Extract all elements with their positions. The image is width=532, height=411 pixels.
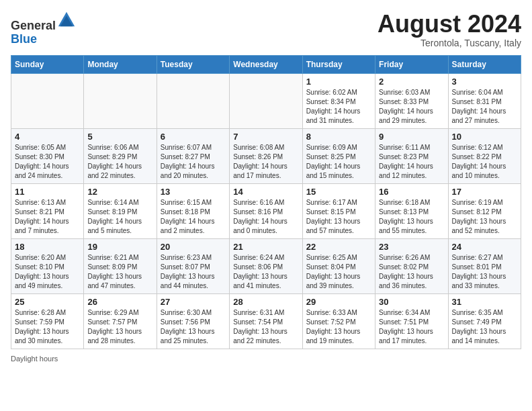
day-info: Sunrise: 6:25 AMSunset: 8:04 PMDaylight:… [306, 253, 371, 291]
day-info: Sunrise: 6:07 AMSunset: 8:27 PMDaylight:… [161, 143, 226, 181]
day-info: Sunrise: 6:06 AMSunset: 8:29 PMDaylight:… [87, 143, 152, 181]
day-of-week-wednesday: Wednesday [230, 55, 302, 73]
day-info: Sunrise: 6:11 AMSunset: 8:23 PMDaylight:… [379, 143, 444, 181]
day-number: 27 [161, 297, 226, 307]
calendar-cell: 17Sunrise: 6:19 AMSunset: 8:12 PMDayligh… [448, 183, 521, 238]
day-number: 5 [87, 132, 152, 142]
calendar-cell: 11Sunrise: 6:13 AMSunset: 8:21 PMDayligh… [11, 183, 84, 238]
day-info: Sunrise: 6:28 AMSunset: 7:59 PMDaylight:… [15, 308, 80, 346]
day-of-week-monday: Monday [84, 55, 157, 73]
day-info: Sunrise: 6:05 AMSunset: 8:30 PMDaylight:… [15, 143, 80, 181]
day-info: Sunrise: 6:21 AMSunset: 8:09 PMDaylight:… [87, 253, 152, 291]
calendar-cell: 1Sunrise: 6:02 AMSunset: 8:34 PMDaylight… [302, 73, 375, 128]
logo-blue: Blue [11, 32, 37, 46]
calendar-cell [157, 73, 229, 128]
calendar-cell: 28Sunrise: 6:31 AMSunset: 7:54 PMDayligh… [230, 293, 302, 349]
calendar-cell: 18Sunrise: 6:20 AMSunset: 8:10 PMDayligh… [11, 238, 84, 293]
calendar-cell: 23Sunrise: 6:26 AMSunset: 8:02 PMDayligh… [375, 238, 448, 293]
day-number: 13 [161, 187, 226, 197]
page-header: General Blue August 2024 Terontola, Tusc… [11, 11, 521, 48]
day-number: 17 [452, 187, 517, 197]
week-row-4: 18Sunrise: 6:20 AMSunset: 8:10 PMDayligh… [11, 238, 521, 293]
calendar-subtitle: Terontola, Tuscany, Italy [378, 38, 521, 48]
calendar-cell: 9Sunrise: 6:11 AMSunset: 8:23 PMDaylight… [375, 128, 448, 183]
day-info: Sunrise: 6:09 AMSunset: 8:25 PMDaylight:… [306, 143, 371, 181]
day-of-week-sunday: Sunday [11, 55, 84, 73]
calendar-cell: 20Sunrise: 6:23 AMSunset: 8:07 PMDayligh… [157, 238, 229, 293]
day-number: 8 [306, 132, 371, 142]
logo-icon [57, 11, 76, 30]
day-number: 18 [15, 242, 80, 252]
day-info: Sunrise: 6:18 AMSunset: 8:13 PMDaylight:… [379, 198, 444, 236]
day-info: Sunrise: 6:30 AMSunset: 7:56 PMDaylight:… [161, 308, 226, 346]
day-number: 6 [161, 132, 226, 142]
calendar-cell: 5Sunrise: 6:06 AMSunset: 8:29 PMDaylight… [84, 128, 157, 183]
calendar-cell [84, 73, 157, 128]
calendar-body: 1Sunrise: 6:02 AMSunset: 8:34 PMDaylight… [11, 73, 521, 349]
calendar-cell: 12Sunrise: 6:14 AMSunset: 8:19 PMDayligh… [84, 183, 157, 238]
day-number: 12 [87, 187, 152, 197]
day-number: 9 [379, 132, 444, 142]
day-info: Sunrise: 6:34 AMSunset: 7:51 PMDaylight:… [379, 308, 444, 346]
calendar-cell: 30Sunrise: 6:34 AMSunset: 7:51 PMDayligh… [375, 293, 448, 349]
calendar-cell: 15Sunrise: 6:17 AMSunset: 8:15 PMDayligh… [302, 183, 375, 238]
calendar-header-row: SundayMondayTuesdayWednesdayThursdayFrid… [11, 55, 521, 73]
week-row-5: 25Sunrise: 6:28 AMSunset: 7:59 PMDayligh… [11, 293, 521, 349]
calendar-cell: 3Sunrise: 6:04 AMSunset: 8:31 PMDaylight… [448, 73, 521, 128]
week-row-2: 4Sunrise: 6:05 AMSunset: 8:30 PMDaylight… [11, 128, 521, 183]
day-number: 24 [452, 242, 517, 252]
day-number: 25 [15, 297, 80, 307]
footer-note: Daylight hours [11, 355, 521, 363]
calendar-cell: 10Sunrise: 6:12 AMSunset: 8:22 PMDayligh… [448, 128, 521, 183]
day-number: 28 [233, 297, 298, 307]
calendar-cell: 21Sunrise: 6:24 AMSunset: 8:06 PMDayligh… [230, 238, 302, 293]
day-info: Sunrise: 6:33 AMSunset: 7:52 PMDaylight:… [306, 308, 371, 346]
day-number: 22 [306, 242, 371, 252]
calendar-cell: 14Sunrise: 6:16 AMSunset: 8:16 PMDayligh… [230, 183, 302, 238]
day-number: 2 [379, 77, 444, 87]
day-number: 23 [379, 242, 444, 252]
day-number: 10 [452, 132, 517, 142]
calendar-cell: 6Sunrise: 6:07 AMSunset: 8:27 PMDaylight… [157, 128, 229, 183]
day-of-week-thursday: Thursday [302, 55, 375, 73]
week-row-3: 11Sunrise: 6:13 AMSunset: 8:21 PMDayligh… [11, 183, 521, 238]
logo-general: General [11, 19, 56, 32]
day-number: 20 [161, 242, 226, 252]
day-number: 14 [233, 187, 298, 197]
day-info: Sunrise: 6:15 AMSunset: 8:18 PMDaylight:… [161, 198, 226, 236]
day-number: 3 [452, 77, 517, 87]
logo: General Blue [11, 11, 76, 46]
day-of-week-saturday: Saturday [448, 55, 521, 73]
calendar-cell: 29Sunrise: 6:33 AMSunset: 7:52 PMDayligh… [302, 293, 375, 349]
day-number: 16 [379, 187, 444, 197]
calendar-cell [11, 73, 84, 128]
day-info: Sunrise: 6:26 AMSunset: 8:02 PMDaylight:… [379, 253, 444, 291]
day-number: 21 [233, 242, 298, 252]
day-info: Sunrise: 6:20 AMSunset: 8:10 PMDaylight:… [15, 253, 80, 291]
calendar-title: August 2024 [378, 11, 521, 38]
calendar-cell: 13Sunrise: 6:15 AMSunset: 8:18 PMDayligh… [157, 183, 229, 238]
calendar-table: SundayMondayTuesdayWednesdayThursdayFrid… [11, 55, 521, 349]
day-number: 11 [15, 187, 80, 197]
calendar-cell: 25Sunrise: 6:28 AMSunset: 7:59 PMDayligh… [11, 293, 84, 349]
day-info: Sunrise: 6:19 AMSunset: 8:12 PMDaylight:… [452, 198, 517, 236]
calendar-cell: 2Sunrise: 6:03 AMSunset: 8:33 PMDaylight… [375, 73, 448, 128]
day-of-week-tuesday: Tuesday [157, 55, 229, 73]
calendar-cell: 27Sunrise: 6:30 AMSunset: 7:56 PMDayligh… [157, 293, 229, 349]
calendar-cell: 19Sunrise: 6:21 AMSunset: 8:09 PMDayligh… [84, 238, 157, 293]
day-number: 7 [233, 132, 298, 142]
day-number: 26 [87, 297, 152, 307]
calendar-cell: 16Sunrise: 6:18 AMSunset: 8:13 PMDayligh… [375, 183, 448, 238]
calendar-cell: 24Sunrise: 6:27 AMSunset: 8:01 PMDayligh… [448, 238, 521, 293]
day-info: Sunrise: 6:14 AMSunset: 8:19 PMDaylight:… [87, 198, 152, 236]
calendar-cell: 31Sunrise: 6:35 AMSunset: 7:49 PMDayligh… [448, 293, 521, 349]
day-info: Sunrise: 6:04 AMSunset: 8:31 PMDaylight:… [452, 88, 517, 126]
day-info: Sunrise: 6:03 AMSunset: 8:33 PMDaylight:… [379, 88, 444, 126]
day-info: Sunrise: 6:16 AMSunset: 8:16 PMDaylight:… [233, 198, 298, 236]
day-info: Sunrise: 6:24 AMSunset: 8:06 PMDaylight:… [233, 253, 298, 291]
calendar-cell: 8Sunrise: 6:09 AMSunset: 8:25 PMDaylight… [302, 128, 375, 183]
day-number: 29 [306, 297, 371, 307]
day-number: 15 [306, 187, 371, 197]
day-info: Sunrise: 6:35 AMSunset: 7:49 PMDaylight:… [452, 308, 517, 346]
day-info: Sunrise: 6:12 AMSunset: 8:22 PMDaylight:… [452, 143, 517, 181]
